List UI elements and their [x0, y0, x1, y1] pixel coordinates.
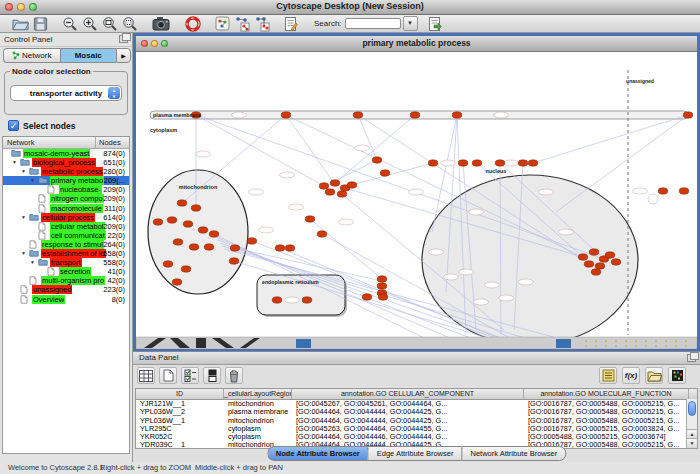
disclosure-triangle-icon[interactable]: ▼ — [12, 158, 17, 167]
network-node[interactable] — [319, 183, 329, 189]
tree-row[interactable]: nucleobase-209(0) — [3, 185, 129, 194]
tree-row[interactable]: ▼establishment of lo558(0) — [3, 249, 129, 258]
grid-icon[interactable] — [203, 367, 221, 384]
matrix-icon[interactable] — [668, 367, 686, 384]
network-node[interactable] — [272, 297, 282, 303]
network-node[interactable] — [163, 261, 173, 267]
frame-close-button[interactable] — [141, 40, 148, 47]
network-node[interactable] — [172, 279, 182, 285]
import-attributes-icon[interactable] — [428, 15, 442, 32]
network-node[interactable] — [578, 254, 588, 260]
node-color-dropdown[interactable]: transporter activity ▲▼ — [10, 85, 122, 101]
network-canvas[interactable]: plasma membranecytoplasmmitochondrionnuc… — [136, 52, 697, 349]
network-node[interactable] — [584, 261, 594, 267]
table-row[interactable]: YLR295Ccytoplasm[GO:0045263, GO:0044464,… — [136, 425, 697, 433]
disclosure-triangle-icon[interactable]: ▼ — [21, 249, 26, 258]
zoom-fit-icon[interactable] — [102, 15, 118, 32]
tree-row[interactable]: secretion41(0) — [3, 267, 129, 276]
scrollbar-thumb[interactable] — [688, 401, 696, 416]
network-node[interactable] — [605, 252, 615, 258]
tree-row[interactable]: Overview8(0) — [3, 295, 129, 304]
network-node[interactable] — [177, 200, 187, 206]
network-node[interactable] — [658, 188, 668, 194]
network-node[interactable] — [472, 160, 482, 166]
network-node[interactable] — [183, 221, 193, 227]
column-header[interactable]: annotation.GO CELLULAR_COMPONENT — [292, 389, 524, 399]
tab-overflow-arrow[interactable]: ▶ — [116, 48, 131, 63]
browser-tab[interactable]: Network Attribute Browser — [461, 446, 566, 461]
table-row[interactable]: YKR052Ccytoplasm[GO:0044464, GO:0044446,… — [136, 433, 697, 441]
frame-zoom-button[interactable] — [161, 40, 168, 47]
browser-tab[interactable]: Node Attribute Browser — [267, 446, 368, 461]
tree-row[interactable]: ▼transport558(0) — [3, 258, 129, 267]
network-node[interactable] — [452, 112, 462, 118]
search-input[interactable] — [345, 18, 401, 29]
scroll-down-icon[interactable]: ▼ — [687, 438, 697, 448]
disclosure-triangle-icon[interactable]: ▼ — [30, 176, 35, 185]
network-node[interactable] — [305, 216, 315, 222]
tree-row[interactable]: multi-organism pro42(0) — [3, 276, 129, 285]
disclosure-triangle-icon[interactable]: ▼ — [21, 167, 26, 176]
network-node[interactable] — [495, 160, 505, 166]
column-header[interactable]: annotation.GO MOLECULAR_FUNCTION — [524, 389, 689, 399]
tree-row[interactable]: cell communicat22(0) — [3, 231, 129, 240]
zoom-out-icon[interactable] — [62, 15, 78, 32]
tree-row[interactable]: ▼biological_process651(0) — [3, 158, 129, 167]
tree-row[interactable]: macromolecule311(0) — [3, 204, 129, 213]
column-header[interactable]: _cellularLayoutRegion — [224, 389, 292, 399]
network-node[interactable] — [153, 219, 163, 225]
table-row[interactable]: YPL036W__1mitochondrion[GO:0044464, GO:0… — [136, 417, 697, 425]
network-node[interactable] — [410, 112, 420, 118]
attribute-list-icon[interactable] — [599, 367, 617, 384]
tree-row[interactable]: nitrogen compo209(0) — [3, 194, 129, 203]
annotation-icon[interactable] — [284, 15, 298, 32]
tab-mosaic[interactable]: Mosaic — [60, 48, 117, 63]
network-node[interactable] — [302, 297, 312, 303]
network-node[interactable] — [181, 266, 191, 272]
layout-icon-a[interactable] — [234, 15, 250, 32]
float-panel-icon[interactable] — [119, 35, 128, 43]
network-node[interactable] — [173, 239, 183, 245]
network-node[interactable] — [362, 294, 372, 300]
frame-minimize-button[interactable] — [151, 40, 158, 47]
network-node[interactable] — [518, 160, 528, 166]
vizmapper-icon[interactable] — [215, 15, 230, 32]
network-node[interactable] — [589, 249, 599, 255]
import-attribute-file-icon[interactable] — [645, 367, 663, 384]
table-row[interactable]: YJR121W__1mitochondrion[GO:0045267, GO:0… — [136, 400, 697, 408]
select-nodes-checkbox[interactable]: ✓ — [8, 120, 19, 131]
network-node[interactable] — [209, 231, 219, 237]
network-node[interactable] — [372, 157, 382, 163]
search-dropdown-icon[interactable]: ▼ — [403, 16, 418, 31]
save-session-icon[interactable] — [33, 15, 48, 32]
data-panel-float-icon[interactable] — [687, 354, 696, 362]
network-node[interactable] — [528, 160, 538, 166]
network-node[interactable] — [247, 238, 257, 244]
network-node[interactable] — [198, 227, 208, 233]
network-node[interactable] — [377, 283, 387, 289]
network-node[interactable] — [230, 245, 240, 251]
snapshot-icon[interactable] — [152, 15, 171, 32]
tree-row[interactable]: cellular metabol209(0) — [3, 222, 129, 231]
network-node[interactable] — [458, 160, 468, 166]
help-icon[interactable] — [185, 15, 201, 32]
select-attributes-icon[interactable] — [181, 367, 199, 384]
layout-icon-b[interactable] — [254, 15, 270, 32]
network-node[interactable] — [167, 217, 177, 223]
tree-row[interactable]: ▼cellular process614(0) — [3, 213, 129, 222]
column-header[interactable]: ID — [136, 389, 224, 399]
network-node[interactable] — [189, 244, 199, 250]
network-node[interactable] — [683, 112, 693, 118]
table-row[interactable]: YPL036W__2plasma membrane[GO:0044464, GO… — [136, 408, 697, 416]
network-node[interactable] — [591, 269, 601, 275]
network-node[interactable] — [191, 205, 201, 211]
tree-row[interactable]: ▼primary metabo209(... — [3, 176, 129, 185]
tree-row[interactable]: response to stimul264(0) — [3, 240, 129, 249]
network-node[interactable] — [679, 188, 689, 194]
network-node[interactable] — [285, 245, 295, 251]
tree-row[interactable]: unassigned223(0) — [3, 285, 129, 294]
disclosure-triangle-icon[interactable]: ▼ — [21, 213, 26, 222]
network-node[interactable] — [353, 112, 363, 118]
disclosure-triangle-icon[interactable]: ▼ — [30, 258, 35, 267]
tab-network[interactable]: Network — [3, 48, 60, 63]
